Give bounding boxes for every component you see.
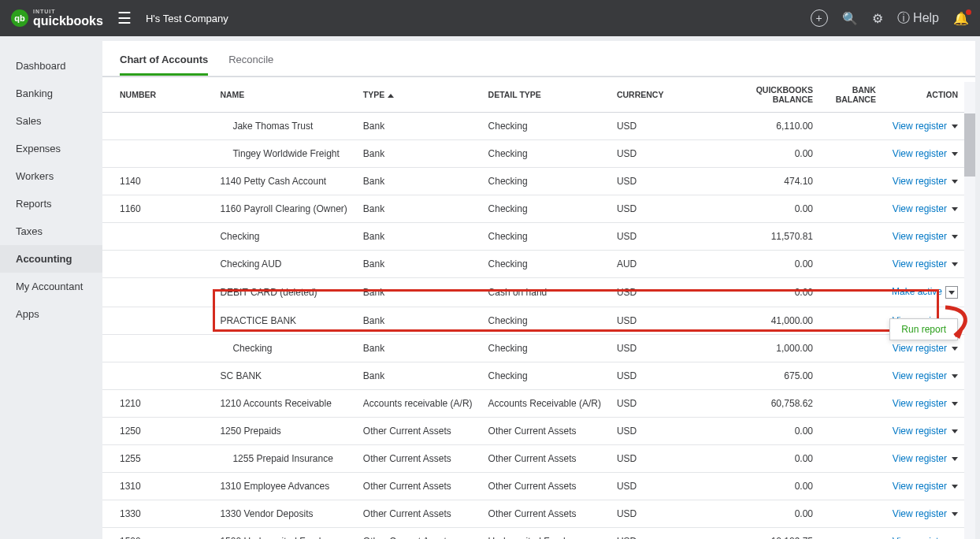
view-register-link[interactable]: View register xyxy=(893,176,947,187)
scrollbar-thumb[interactable] xyxy=(964,113,975,177)
table-row[interactable]: 15001500 Undeposited FundsOther Current … xyxy=(102,528,975,540)
table-row[interactable]: 12101210 Accounts ReceivableAccounts rec… xyxy=(102,390,975,418)
cell-qb-balance: 0.00 xyxy=(711,251,821,278)
cell-name: SC BANK xyxy=(212,362,355,390)
cell-name: 1250 Prepaids xyxy=(212,418,355,445)
cell-currency: USD xyxy=(609,307,711,335)
sidebar-item-reports[interactable]: Reports xyxy=(0,190,102,217)
cell-bank-balance xyxy=(821,528,884,540)
sidebar-item-my-accountant[interactable]: My Accountant xyxy=(0,273,102,300)
cell-type: Accounts receivable (A/R) xyxy=(355,390,481,418)
chevron-down-icon[interactable] xyxy=(952,125,958,128)
table-row[interactable]: DEBIT CARD (deleted)BankCash on handUSD0… xyxy=(102,278,975,307)
chevron-down-icon[interactable] xyxy=(952,347,958,351)
chart-of-accounts-table: NUMBER NAME TYPE DETAIL TYPE CURRENCY QU… xyxy=(102,76,975,539)
chevron-down-icon[interactable] xyxy=(952,152,958,156)
dropdown-run-report[interactable]: Run report xyxy=(901,324,946,335)
cell-action: View register xyxy=(884,473,975,500)
view-register-link[interactable]: View register xyxy=(893,203,947,214)
chevron-down-icon[interactable] xyxy=(952,512,958,516)
chevron-down-icon[interactable] xyxy=(952,262,958,266)
view-register-link[interactable]: View register xyxy=(893,370,947,381)
col-number[interactable]: NUMBER xyxy=(102,77,212,113)
table-row[interactable]: SC BANKBankCheckingUSD675.00View registe… xyxy=(102,362,975,390)
view-register-link[interactable]: View register xyxy=(893,121,947,132)
cell-currency: AUD xyxy=(609,251,711,278)
col-type[interactable]: TYPE xyxy=(355,77,481,113)
view-register-link[interactable]: View register xyxy=(893,481,947,492)
cell-bank-balance xyxy=(821,390,884,418)
table-row[interactable]: Checking AUDBankCheckingAUD0.00View regi… xyxy=(102,251,975,278)
chevron-down-icon[interactable] xyxy=(952,402,958,406)
hamburger-icon[interactable]: ☰ xyxy=(117,9,132,28)
cell-name: Tingey Worldwide Freight xyxy=(212,140,355,168)
view-register-link[interactable]: View register xyxy=(893,231,947,242)
sidebar-item-workers[interactable]: Workers xyxy=(0,162,102,190)
col-detail[interactable]: DETAIL TYPE xyxy=(481,77,609,113)
view-register-link[interactable]: View register xyxy=(893,453,947,464)
table-row[interactable]: 11601160 Payroll Clearing (Owner)BankChe… xyxy=(102,195,975,223)
chevron-down-icon[interactable] xyxy=(952,207,958,211)
chevron-down-icon[interactable] xyxy=(952,374,958,378)
view-register-link[interactable]: View register xyxy=(893,398,947,409)
col-name[interactable]: NAME xyxy=(212,77,355,113)
tab-reconcile[interactable]: Reconcile xyxy=(228,54,273,76)
table-row[interactable]: Tingey Worldwide FreightBankCheckingUSD0… xyxy=(102,140,975,168)
cell-name: Jake Thomas Trust xyxy=(212,113,355,140)
view-register-link[interactable]: View register xyxy=(893,148,947,159)
chevron-down-icon[interactable] xyxy=(952,429,958,433)
cell-qb-balance: 0.00 xyxy=(711,195,821,223)
table-row[interactable]: 13101310 Employee AdvancesOther Current … xyxy=(102,473,975,500)
cell-currency: USD xyxy=(609,418,711,445)
gear-icon[interactable]: ⚙ xyxy=(872,11,883,26)
topbar-left: qb INTUIT quickbooks ☰ H's Test Company xyxy=(11,9,228,28)
create-plus-button[interactable]: + xyxy=(811,9,828,27)
sidebar-item-sales[interactable]: Sales xyxy=(0,107,102,135)
table-row[interactable]: 13301330 Vendor DepositsOther Current As… xyxy=(102,500,975,528)
action-caret-boxed[interactable] xyxy=(945,286,958,299)
vertical-scrollbar[interactable] xyxy=(964,82,975,539)
table-row[interactable]: 12551255 Prepaid InsuranceOther Current … xyxy=(102,445,975,473)
chevron-down-icon[interactable] xyxy=(952,485,958,489)
cell-bank-balance xyxy=(821,362,884,390)
table-row[interactable]: Jake Thomas TrustBankCheckingUSD6,110.00… xyxy=(102,113,975,140)
table-row[interactable]: CheckingBankCheckingUSD1,000.00View regi… xyxy=(102,335,975,362)
col-bank-balance[interactable]: BANK BALANCE xyxy=(821,77,884,113)
cell-number: 1500 xyxy=(102,528,212,540)
sidebar-item-accounting[interactable]: Accounting xyxy=(0,245,102,273)
chevron-down-icon[interactable] xyxy=(952,180,958,184)
cell-action: View register xyxy=(884,113,975,140)
view-register-link[interactable]: View register xyxy=(893,426,947,437)
table-row[interactable]: CheckingBankCheckingUSD11,570.81View reg… xyxy=(102,223,975,251)
sidebar-item-dashboard[interactable]: Dashboard xyxy=(0,52,102,80)
sidebar-item-expenses[interactable]: Expenses xyxy=(0,135,102,162)
col-currency[interactable]: CURRENCY xyxy=(609,77,711,113)
sidebar-item-apps[interactable]: Apps xyxy=(0,300,102,328)
tab-chart-of-accounts[interactable]: Chart of Accounts xyxy=(120,54,208,76)
cell-qb-balance: 1,000.00 xyxy=(711,335,821,362)
main: DashboardBankingSalesExpensesWorkersRepo… xyxy=(0,36,980,539)
cell-currency: USD xyxy=(609,168,711,195)
sidebar-item-taxes[interactable]: Taxes xyxy=(0,217,102,245)
view-register-link[interactable]: View register xyxy=(893,343,947,354)
view-register-link[interactable]: View register xyxy=(893,508,947,519)
cell-detail: Checking xyxy=(481,335,609,362)
view-register-link[interactable]: View register xyxy=(893,258,947,270)
qb-logo[interactable]: qb INTUIT quickbooks xyxy=(11,9,103,28)
search-icon[interactable]: 🔍 xyxy=(842,11,858,26)
col-qb-balance[interactable]: QUICKBOOKS BALANCE xyxy=(711,77,821,113)
make-active-link[interactable]: Make active xyxy=(892,286,942,297)
view-register-link[interactable]: View register xyxy=(893,536,947,539)
cell-number: 1250 xyxy=(102,418,212,445)
table-row[interactable]: PRACTICE BANKBankCheckingUSD41,000.00Vie… xyxy=(102,307,975,335)
cell-type: Bank xyxy=(355,195,481,223)
cell-number xyxy=(102,113,212,140)
help-button[interactable]: ⓘ Help xyxy=(897,10,939,27)
bell-icon[interactable]: 🔔 xyxy=(953,11,969,26)
sidebar-item-banking[interactable]: Banking xyxy=(0,80,102,107)
chevron-down-icon[interactable] xyxy=(952,235,958,239)
table-row[interactable]: 11401140 Petty Cash AccountBankCheckingU… xyxy=(102,168,975,195)
table-row[interactable]: 12501250 PrepaidsOther Current AssetsOth… xyxy=(102,418,975,445)
cell-action: View register xyxy=(884,418,975,445)
chevron-down-icon[interactable] xyxy=(952,457,958,461)
